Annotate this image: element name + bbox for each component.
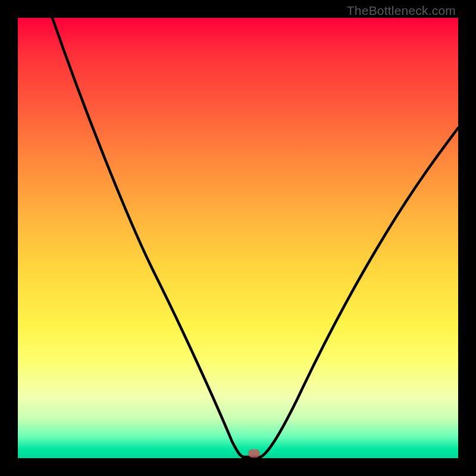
minimum-marker [248,449,260,458]
plot-area [18,18,458,458]
watermark-text: TheBottleneck.com [347,4,456,18]
bottleneck-curve [18,18,458,458]
chart-frame: TheBottleneck.com [0,0,476,476]
